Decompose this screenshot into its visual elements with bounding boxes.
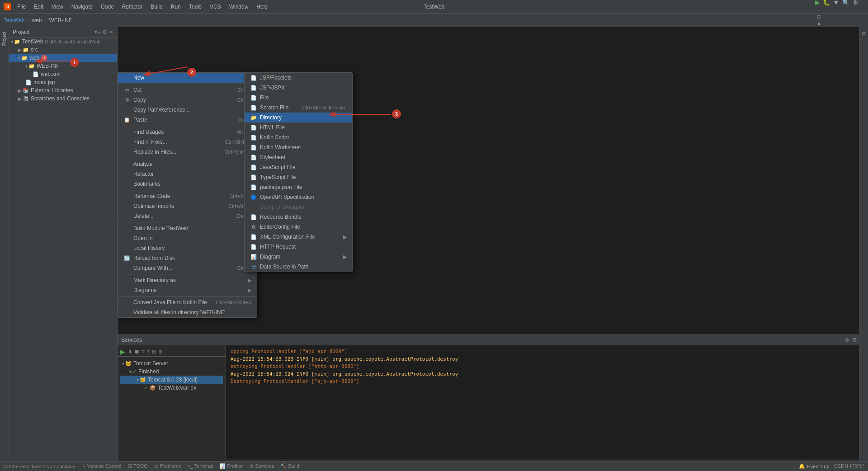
ns-http-request[interactable]: 📄 HTTP Request	[245, 242, 352, 252]
ns-openapi[interactable]: 🔵 OpenAPI Specification	[245, 192, 352, 202]
cm-reload-disk[interactable]: 🔄 Reload from Disk	[118, 253, 257, 263]
cm-build-module[interactable]: Build Module 'TestWeb'	[118, 222, 257, 233]
ph-close-icon[interactable]: ✕	[109, 29, 113, 35]
tree-root[interactable]: ▾ 📁 TestWeb D:\IDEAJavaCode\TestWeb	[9, 38, 117, 46]
tree-webinf[interactable]: ▾ 📁 WEB-INF	[9, 62, 117, 70]
sidebar-project-tab[interactable]: Project	[1, 29, 8, 48]
ns-ts-icon: 📄	[250, 174, 257, 180]
breadcrumb-web[interactable]: web	[32, 17, 42, 24]
cm-open-in[interactable]: Open In ▶	[118, 233, 257, 243]
menu-view[interactable]: View	[48, 3, 67, 11]
cm-bookmarks[interactable]: Bookmarks ▶	[118, 179, 257, 189]
ns-js-file[interactable]: 📄 JavaScript File	[245, 162, 352, 172]
ph-settings-icon[interactable]: ⚙	[102, 29, 107, 35]
ns-kotlin-script[interactable]: 📄 Kotlin Script	[245, 132, 352, 142]
tab-problems[interactable]: ⚠ Problems	[154, 463, 181, 469]
ns-scratch-file[interactable]: 📄 Scratch File Ctrl+Alt+Shift+Insert	[245, 103, 352, 113]
tree-webxml[interactable]: 📄 web.xml	[9, 70, 117, 78]
svc-icon1[interactable]: ⏸	[127, 349, 132, 355]
tree-scratches[interactable]: ▶ 📓 Scratches and Consoles	[9, 94, 117, 103]
debug-button[interactable]: 🐛	[822, 0, 831, 7]
cm-copy[interactable]: ⎘ Copy Ctrl+C	[118, 95, 257, 105]
ns-file[interactable]: 📄 File	[245, 93, 352, 103]
svc-icon2[interactable]: ⏹	[134, 349, 140, 355]
menu-run[interactable]: Run	[167, 3, 184, 11]
ns-diagram[interactable]: 📊 Diagram ▶	[245, 252, 352, 262]
menu-vcs[interactable]: VCS	[206, 3, 225, 11]
menu-refactor[interactable]: Refactor	[118, 3, 146, 11]
cm-convert-kotlin[interactable]: Convert Java File to Kotlin File Ctrl+Al…	[118, 296, 257, 307]
tab-services[interactable]: ⚙ Services	[249, 463, 274, 469]
tab-profiler[interactable]: 📊 Profiler	[219, 463, 243, 469]
cm-copy-path[interactable]: Copy Path/Reference...	[118, 105, 257, 115]
cm-compare-with[interactable]: Compare With... Ctrl+D	[118, 263, 257, 273]
tab-build[interactable]: 🔨 Build	[280, 463, 299, 469]
ph-collapse-icon[interactable]: ≡	[97, 29, 100, 35]
ns-html[interactable]: 📄 HTML File	[245, 122, 352, 132]
services-settings-icon[interactable]: ⚙	[852, 337, 857, 343]
database-icon[interactable]: 🗃	[860, 29, 868, 37]
tree-extlibs[interactable]: ▶ 📚 External Libraries	[9, 86, 117, 94]
cm-diagrams[interactable]: Diagrams ▶	[118, 285, 257, 295]
services-expand-icon[interactable]: ⊕	[845, 337, 849, 343]
tab-terminal[interactable]: >_ Terminal	[187, 463, 213, 469]
tab-todo[interactable]: ☑ TODO	[127, 463, 147, 469]
run-button[interactable]: ▶	[815, 0, 820, 6]
settings-icon[interactable]: ⚙	[852, 0, 859, 7]
cm-reformat[interactable]: Reformat Code Ctrl+Alt+L	[118, 190, 257, 201]
cm-find-in-files[interactable]: Find in Files... Ctrl+Shift+F	[118, 137, 257, 147]
menu-build[interactable]: Build	[147, 3, 166, 11]
cm-refactor[interactable]: Refactor ▶	[118, 169, 257, 179]
menu-window[interactable]: Window	[226, 3, 252, 11]
event-log-btn[interactable]: 🔔 Event Log	[799, 463, 830, 469]
ns-ts-file[interactable]: 📄 TypeScript File	[245, 172, 352, 182]
menu-help[interactable]: Help	[253, 3, 271, 11]
breadcrumb-webinf[interactable]: WEB-INF	[49, 17, 72, 24]
ns-editorconfig[interactable]: ⚙ EditorConfig File	[245, 222, 352, 232]
cm-cut[interactable]: ✂ Cut Ctrl+X	[118, 84, 257, 95]
menu-edit[interactable]: Edit	[30, 3, 47, 11]
svc-icon6[interactable]: ⊕	[158, 349, 163, 355]
cm-find-usages[interactable]: Find Usages Alt+F7	[118, 126, 257, 137]
ns-stylesheet[interactable]: 📄 Stylesheet	[245, 152, 352, 162]
svc-run-btn[interactable]: ▶	[120, 348, 125, 355]
menu-navigate[interactable]: Navigate	[68, 3, 96, 11]
svc-icon3[interactable]: ≡	[142, 349, 145, 355]
project-breadcrumb[interactable]: TestWeb	[4, 17, 24, 24]
menu-file[interactable]: File	[14, 3, 29, 11]
ns-xml-config[interactable]: 📄 XML Configuration File ▶	[245, 232, 352, 242]
ns-resource-bundle[interactable]: 📄 Resource Bundle	[245, 212, 352, 222]
ns-jsp[interactable]: 📄 JSP/JSPX	[245, 83, 352, 93]
cm-delete[interactable]: Delete... Delete	[118, 211, 257, 221]
svc-deploy-label: TestWeb:war ex	[158, 385, 196, 391]
ns-datasource[interactable]: 🗃 Data Source in Path	[245, 262, 352, 272]
cm-paste[interactable]: 📋 Paste Ctrl+V	[118, 115, 257, 125]
svc-finished[interactable]: ▾ ✓ Finished	[120, 367, 223, 376]
svc-icon5[interactable]: ⊞	[152, 349, 156, 355]
cm-replace-in-files[interactable]: Replace in Files... Ctrl+Shift+R	[118, 147, 257, 157]
svc-icon4[interactable]: Y	[146, 349, 150, 355]
search-icon[interactable]: 🔍	[841, 0, 850, 7]
more-run-icon[interactable]: ▼	[832, 0, 840, 7]
ns-kotlin-worksheet[interactable]: 📄 Kotlin Worksheet	[245, 142, 352, 152]
menu-code[interactable]: Code	[97, 3, 118, 11]
close-button[interactable]: ✕	[815, 20, 822, 28]
cm-local-history[interactable]: Local History ▶	[118, 243, 257, 253]
ns-package-json[interactable]: 📄 package.json File	[245, 182, 352, 192]
ns-directory[interactable]: 📁 Directory	[245, 113, 352, 122]
ns-jsf[interactable]: 📄 JSF/Facelets	[245, 73, 352, 83]
svc-tomcat-instance[interactable]: ▾ 🐱 Tomcat 8.0.28 [local]	[120, 376, 223, 384]
tree-src[interactable]: ▶ 📁 src	[9, 46, 117, 54]
cm-analyze[interactable]: Analyze ▶	[118, 158, 257, 169]
cm-mark-dir[interactable]: Mark Directory as ▶	[118, 274, 257, 285]
tree-web[interactable]: ▾ 📁 web 1	[9, 54, 117, 62]
cm-optimize-imports[interactable]: Optimize Imports Ctrl+Alt+O	[118, 201, 257, 211]
svc-testweb-deploy[interactable]: ✓ 📦 TestWeb:war ex	[120, 384, 223, 392]
maximize-button[interactable]: □	[815, 13, 822, 20]
cm-validate-all[interactable]: Validate all files in directory 'WEB-INF…	[118, 307, 257, 317]
tree-indexjsp[interactable]: 📄 index.jsp	[9, 78, 117, 86]
minimize-button[interactable]: –	[815, 6, 822, 13]
svc-tomcat-server[interactable]: ▾ 🐱 Tomcat Server	[120, 359, 223, 367]
tab-version-control[interactable]: ⑂ Version Control	[83, 463, 121, 469]
menu-tools[interactable]: Tools	[185, 3, 205, 11]
